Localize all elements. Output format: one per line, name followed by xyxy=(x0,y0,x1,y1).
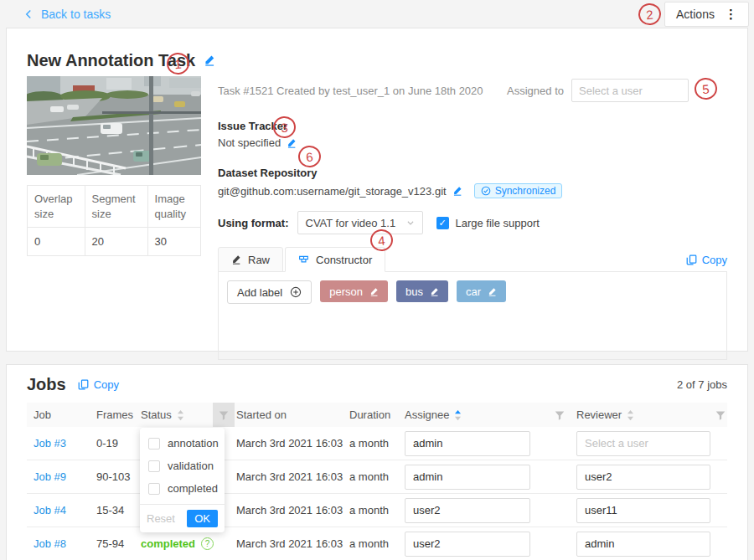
job-started: March 3rd 2021 16:03 xyxy=(235,537,348,550)
assignee-filter-icon[interactable] xyxy=(555,410,565,420)
reviewer-input[interactable] xyxy=(576,498,710,523)
job-row: Job #9 90-103 March 3rd 2021 16:03 a mon… xyxy=(27,460,727,494)
column-header-started[interactable]: Started on xyxy=(235,408,348,421)
label-chip-person[interactable]: person xyxy=(320,280,388,302)
job-row: Job #4 15-34 March 3rd 2021 16:03 a mont… xyxy=(27,494,727,527)
task-details-card: New Annotation Task xyxy=(6,28,748,352)
validation-checkbox[interactable] xyxy=(148,460,160,472)
assigned-to-label: Assigned to xyxy=(507,85,564,97)
job-link[interactable]: Job #9 xyxy=(34,470,66,483)
edit-label-car-icon[interactable] xyxy=(488,287,497,296)
copy-icon xyxy=(78,379,89,390)
jobs-count: 2 of 7 jobs xyxy=(677,378,727,391)
completed-checkbox[interactable] xyxy=(148,483,160,495)
filter-option-completed[interactable]: completed xyxy=(140,477,225,500)
jobs-copy-button[interactable]: Copy xyxy=(78,378,119,391)
task-params-table: Overlap size Segment size Image quality … xyxy=(27,185,201,256)
annotation-option-label: annotation xyxy=(168,437,219,450)
assignee-header-label: Assignee xyxy=(405,408,449,421)
reviewer-filter-icon[interactable] xyxy=(715,410,726,420)
param-header-quality: Image quality xyxy=(147,186,200,228)
status-header-label: Status xyxy=(141,408,172,421)
synchronized-badge[interactable]: Synchronized xyxy=(474,183,563,198)
job-started: March 3rd 2021 16:03 xyxy=(235,470,348,483)
status-filter-dropdown: annotation validation completed Reset OK xyxy=(140,428,225,532)
actions-button[interactable]: Actions ⋮ xyxy=(664,2,749,27)
filter-ok-button[interactable]: OK xyxy=(187,510,218,527)
edit-task-name-icon[interactable] xyxy=(204,54,215,66)
column-header-frames[interactable]: Frames xyxy=(96,408,141,421)
task-preview-image xyxy=(27,76,201,175)
jobs-copy-label: Copy xyxy=(94,378,119,391)
reviewer-input[interactable] xyxy=(576,532,710,557)
param-header-segment: Segment size xyxy=(85,186,147,228)
label-car-name: car xyxy=(466,285,481,298)
column-header-reviewer[interactable]: Reviewer xyxy=(575,403,727,427)
completed-option-label: completed xyxy=(168,482,218,495)
tab-constructor-label: Constructor xyxy=(316,254,372,266)
issue-tracker-value: Not specified xyxy=(218,136,281,149)
chevron-down-icon xyxy=(406,218,415,227)
annotation-checkbox[interactable] xyxy=(148,438,160,450)
column-header-job[interactable]: Job xyxy=(27,408,96,421)
job-row: Job #8 75-94 completed ? March 3rd 2021 … xyxy=(27,527,727,560)
back-to-tasks-link[interactable]: Back to tasks xyxy=(23,8,111,21)
question-circle-icon[interactable]: ? xyxy=(201,537,214,550)
plus-circle-icon xyxy=(290,286,302,298)
job-frames: 90-103 xyxy=(96,470,141,483)
status-sort-icon[interactable] xyxy=(177,409,184,421)
status-filter-icon[interactable] xyxy=(213,403,235,427)
build-blocks-icon xyxy=(298,254,309,265)
assigned-to-input[interactable] xyxy=(571,79,689,102)
assignee-input[interactable] xyxy=(405,532,530,557)
filter-option-validation[interactable]: validation xyxy=(140,455,225,477)
assignee-input[interactable] xyxy=(405,465,530,490)
assignee-input[interactable] xyxy=(405,431,530,456)
edit-repository-icon[interactable] xyxy=(452,186,462,196)
job-duration: a month xyxy=(348,437,403,450)
param-header-overlap: Overlap size xyxy=(28,186,85,228)
label-person-name: person xyxy=(329,285,363,298)
reviewer-input[interactable] xyxy=(576,431,710,456)
job-duration: a month xyxy=(348,470,403,483)
job-status-text: completed xyxy=(141,537,195,550)
using-format-label: Using format: xyxy=(218,217,289,229)
label-bus-name: bus xyxy=(405,285,423,298)
dataset-repository-value: git@github.com:username/git_storage_v123… xyxy=(218,185,447,198)
job-link[interactable]: Job #4 xyxy=(34,504,66,516)
filter-option-annotation[interactable]: annotation xyxy=(140,432,225,455)
label-chip-car[interactable]: car xyxy=(457,280,506,302)
more-vertical-icon: ⋮ xyxy=(725,7,737,22)
add-label-label: Add label xyxy=(237,286,282,299)
job-frames: 15-34 xyxy=(96,504,141,516)
reviewer-sort-icon[interactable] xyxy=(627,409,634,421)
column-header-assignee[interactable]: Assignee xyxy=(403,403,575,427)
edit-pencil-icon xyxy=(231,254,241,265)
column-header-duration[interactable]: Duration xyxy=(348,408,403,421)
edit-issue-tracker-icon[interactable] xyxy=(287,138,297,148)
validation-option-label: validation xyxy=(168,460,214,472)
jobs-card: Jobs Copy 2 of 7 jobs Job Frames Status … xyxy=(6,364,748,560)
reviewer-header-label: Reviewer xyxy=(576,408,622,421)
labels-constructor-panel: Add label person bus xyxy=(218,271,727,360)
labels-copy-button[interactable]: Copy xyxy=(686,254,727,272)
assignee-input[interactable] xyxy=(405,498,530,523)
add-label-button[interactable]: Add label xyxy=(227,280,312,304)
large-file-checkbox[interactable]: ✓ xyxy=(436,217,449,229)
edit-label-bus-icon[interactable] xyxy=(430,287,439,296)
assignee-sort-icon[interactable] xyxy=(454,409,462,421)
edit-label-person-icon[interactable] xyxy=(369,287,379,296)
job-link[interactable]: Job #8 xyxy=(34,537,66,550)
job-link[interactable]: Job #3 xyxy=(34,437,66,450)
tab-constructor[interactable]: Constructor xyxy=(285,247,385,272)
filter-reset-button[interactable]: Reset xyxy=(147,512,175,525)
job-frames: 75-94 xyxy=(96,537,141,550)
reviewer-input[interactable] xyxy=(576,465,710,490)
labels-copy-label: Copy xyxy=(702,254,727,266)
jobs-title: Jobs xyxy=(27,375,66,394)
tab-raw[interactable]: Raw xyxy=(218,247,283,272)
label-chip-bus[interactable]: bus xyxy=(396,280,448,302)
task-meta-text: Task #1521 Created by test_user_1 on Jun… xyxy=(218,85,483,97)
column-header-status[interactable]: Status xyxy=(141,403,235,427)
format-select[interactable]: CVAT for video 1.1 xyxy=(297,211,423,234)
